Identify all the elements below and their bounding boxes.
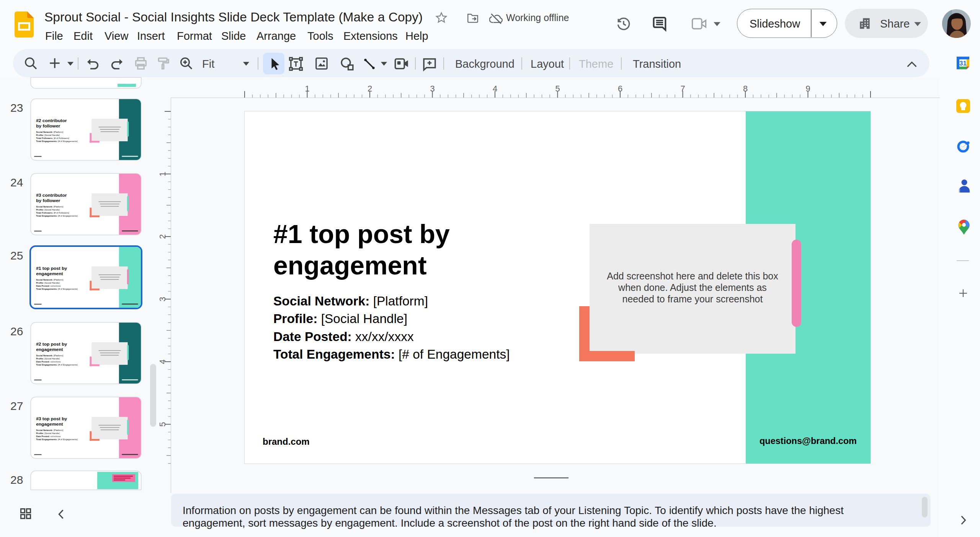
svg-text:31: 31 [959,60,967,67]
svg-text:7: 7 [680,84,685,93]
svg-text:4: 4 [158,359,167,364]
svg-text:8: 8 [743,84,748,93]
svg-text:2: 2 [368,84,372,93]
svg-text:3: 3 [158,297,167,301]
svg-text:4: 4 [493,84,497,93]
svg-text:1: 1 [305,84,309,93]
svg-text:2: 2 [158,234,167,239]
svg-text:1: 1 [158,171,167,176]
svg-text:9: 9 [805,84,810,93]
svg-text:6: 6 [618,84,622,93]
svg-text:5: 5 [555,84,560,93]
svg-text:5: 5 [158,422,167,426]
svg-text:3: 3 [430,84,434,93]
